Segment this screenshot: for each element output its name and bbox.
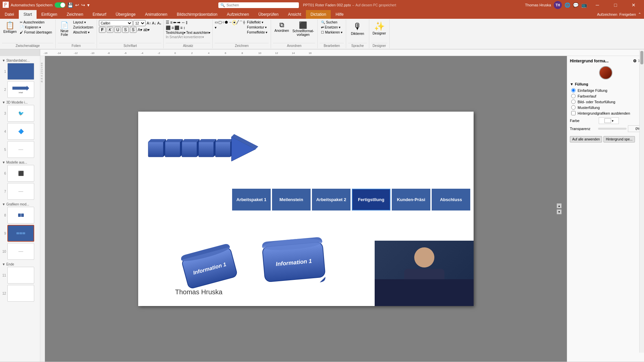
user-avatar[interactable]: TH: [554, 1, 562, 9]
abschnitt-button[interactable]: Abschnitt ▾: [72, 30, 95, 35]
clear-format-icon[interactable]: Aₓ: [157, 21, 161, 25]
formkontur-button[interactable]: Formkontur ▾: [246, 25, 269, 29]
slide-thumbnail-10[interactable]: ──: [7, 243, 34, 260]
slide-thumb-9[interactable]: 9: [1, 225, 39, 242]
search-input[interactable]: [226, 3, 290, 7]
transparency-slider[interactable]: [598, 128, 627, 130]
slide-thumb-1[interactable]: 1: [1, 63, 39, 80]
strikethrough-button[interactable]: S: [122, 27, 129, 33]
slide-thumb-11[interactable]: 11: [1, 267, 39, 284]
checkbox-hintergrund[interactable]: Hintergrundgrafiken ausblenden: [570, 110, 641, 116]
slide-thumb-2[interactable]: 2 Inhalt: [1, 81, 39, 98]
text-direction-icon[interactable]: ↔: [181, 20, 185, 25]
oval-icon[interactable]: ○: [222, 20, 224, 25]
scroll-down-button[interactable]: ▼: [557, 209, 561, 214]
tab-zeichnen[interactable]: Zeichnen: [62, 10, 88, 19]
font-size-select[interactable]: 12: [133, 20, 146, 26]
radio-einfarbig[interactable]: [571, 88, 576, 93]
font-increase-icon[interactable]: A↑: [147, 21, 151, 25]
minimize-button[interactable]: ─: [590, 0, 605, 10]
slide-canvas[interactable]: Arbeitspaket 1 Meilenstein Arbeitspaket …: [138, 112, 474, 306]
info-box-2[interactable]: Information 1: [259, 236, 336, 298]
slide-thumb-3[interactable]: 3 🐦: [1, 105, 39, 122]
quick-access-icon[interactable]: ▾: [87, 2, 90, 8]
slide-thumbnail-9[interactable]: [7, 225, 34, 242]
comment-icon[interactable]: 💬: [573, 2, 579, 8]
tab-animationen[interactable]: Animationen: [140, 10, 172, 19]
font-decrease-icon[interactable]: A↓: [152, 21, 156, 25]
slide-thumbnail-5[interactable]: ──: [7, 141, 34, 158]
line-icon[interactable]: ╱: [236, 20, 239, 25]
increase-indent-icon[interactable]: ➡: [177, 20, 180, 25]
autosave-toggle[interactable]: [55, 2, 65, 8]
line-spacing-icon[interactable]: ↕: [183, 25, 185, 30]
checkbox-hide-bg[interactable]: [571, 111, 576, 115]
right-panel-scrollbar[interactable]: [639, 56, 644, 353]
markieren-button[interactable]: ☐ Markieren ▾: [320, 30, 344, 35]
bullet-list-icon[interactable]: ☰: [166, 20, 169, 25]
slide-thumbnail-1[interactable]: [7, 63, 34, 80]
tab-datei[interactable]: Datei: [0, 10, 19, 19]
radio-farbverlauf[interactable]: [571, 94, 576, 98]
redo-icon[interactable]: ↪: [81, 2, 85, 8]
rect-shape-icon[interactable]: ▭: [215, 20, 218, 25]
tab-start[interactable]: Start: [19, 10, 37, 19]
suchen-button[interactable]: 🔍 Suchen: [320, 20, 344, 24]
share-icon[interactable]: 🌐: [565, 2, 570, 8]
tab-aufzeichnen[interactable]: Aufzeichnen: [222, 10, 254, 19]
slide-thumbnail-2[interactable]: Inhalt: [7, 81, 34, 98]
process-box-arbeitspaket1[interactable]: Arbeitspaket 1: [232, 189, 271, 210]
designer-button[interactable]: ✨ Designer: [371, 20, 387, 36]
aufzeichnen-button[interactable]: Aufzeichnen: [597, 12, 618, 16]
collapse-ribbon-icon[interactable]: ⌃: [638, 12, 641, 17]
slide-thumb-8[interactable]: 8: [1, 207, 39, 224]
slide-thumb-4[interactable]: 4 🔷: [1, 123, 39, 140]
scroll-up-button[interactable]: ▲: [557, 203, 561, 208]
slide-thumb-5[interactable]: 5 ──: [1, 141, 39, 158]
font-color-icon[interactable]: A▾: [138, 27, 142, 32]
diktieren-button[interactable]: 🎙 Diktieren: [348, 20, 367, 37]
option-farbverlauf[interactable]: Farbverlauf: [570, 93, 641, 99]
einfuegen-button[interactable]: 📋 Einfügen: [2, 20, 18, 35]
process-box-kunden-praesi[interactable]: Kunden-Präsi: [392, 189, 430, 210]
undo-icon[interactable]: ↩: [75, 2, 79, 8]
tab-einfuegen[interactable]: Einfügen: [37, 10, 62, 19]
align-center-icon[interactable]: ≡: [171, 25, 174, 30]
present-icon[interactable]: 📺: [581, 2, 587, 8]
background-color-circle[interactable]: [599, 66, 612, 79]
slide-thumbnail-8[interactable]: [7, 207, 34, 224]
scrollbar-thumb[interactable]: [640, 56, 643, 64]
slide-thumb-10[interactable]: 10 ──: [1, 243, 39, 260]
radio-bild-textur[interactable]: [571, 100, 576, 104]
slide-thumbnail-12[interactable]: [7, 285, 34, 302]
curve-icon[interactable]: ⌒: [239, 20, 243, 25]
freeform-icon[interactable]: ⟠: [243, 20, 245, 25]
tab-ueberpruefen[interactable]: Überprüfen: [254, 10, 283, 19]
tab-entwurf[interactable]: Entwurf: [88, 10, 111, 19]
bold-button[interactable]: F: [99, 27, 106, 33]
kopieren-button[interactable]: 📄 Kopieren ▾: [18, 25, 53, 29]
anordnen-button[interactable]: ⧉ Anordnen: [273, 20, 290, 34]
option-muster[interactable]: Musterfüllung: [570, 105, 641, 110]
tab-hilfe[interactable]: Hilfe: [331, 10, 348, 19]
slide-thumb-12[interactable]: 12: [1, 285, 39, 302]
panel-settings-icon[interactable]: ⚙: [633, 59, 637, 63]
close-button[interactable]: ✕: [626, 0, 641, 10]
text-richting-button[interactable]: Textrichtung▾: [166, 31, 185, 35]
ausschneiden-button[interactable]: ✂ Ausschneiden: [18, 20, 53, 24]
decrease-indent-icon[interactable]: ⬅: [173, 20, 176, 25]
more-shapes-icon[interactable]: ▾: [215, 25, 217, 30]
freigeben-button[interactable]: Freigeben: [619, 12, 636, 16]
star-icon[interactable]: ✦: [232, 20, 236, 25]
slide-thumbnail-3[interactable]: 🐦: [7, 105, 34, 122]
neue-folie-button[interactable]: 📄 NeueFolie: [58, 20, 71, 38]
slide-thumbnail-7[interactable]: ──: [7, 183, 34, 200]
numbered-list-icon[interactable]: ≡: [170, 20, 172, 25]
layout-button[interactable]: Layout ▾: [72, 20, 95, 24]
align-left-icon[interactable]: ⬛: [166, 25, 171, 30]
fuelleffekt-button[interactable]: Fülleffekt ▾: [246, 20, 269, 24]
process-box-arbeitspaket2[interactable]: Arbeitspaket 2: [312, 189, 351, 210]
italic-button[interactable]: K: [107, 27, 113, 33]
option-bild-textur[interactable]: Bild- oder Texturfüllung: [570, 99, 641, 105]
ersetzen-button[interactable]: ⇄ Ersetzen ▾: [320, 25, 344, 29]
